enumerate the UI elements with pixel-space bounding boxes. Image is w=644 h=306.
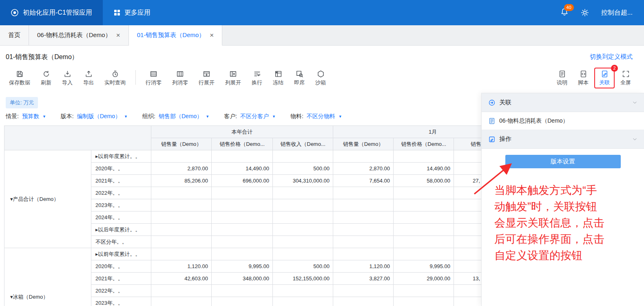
data-cell[interactable]: [273, 248, 333, 260]
relation-button[interactable]: 关联2: [594, 68, 615, 88]
data-cell[interactable]: [151, 199, 212, 211]
chevron-down-icon[interactable]: [632, 136, 637, 142]
data-cell[interactable]: [151, 297, 212, 306]
row-label[interactable]: 2023年。。: [91, 297, 151, 306]
more-apps-button[interactable]: 更多应用: [113, 9, 150, 17]
data-cell[interactable]: [212, 199, 273, 211]
data-cell[interactable]: [333, 248, 394, 260]
data-cell[interactable]: 348,000.00: [212, 273, 273, 285]
tab-close-icon[interactable]: ×: [210, 32, 214, 39]
fullscreen-button[interactable]: 全屏: [615, 68, 636, 88]
row-label[interactable]: ▸以前年度累计。。: [91, 248, 151, 260]
wrap-button[interactable]: 换行: [247, 68, 267, 88]
data-cell[interactable]: [273, 199, 333, 211]
data-cell[interactable]: [394, 224, 454, 236]
data-cell[interactable]: 7,654.00: [333, 175, 394, 187]
filter-customer-dropdown[interactable]: 客户:不区分客户▼: [224, 113, 276, 120]
data-cell[interactable]: [273, 285, 333, 297]
tab-material-consumption[interactable]: 06-物料总消耗表（Demo）×: [29, 25, 129, 45]
export-button[interactable]: 导出: [78, 68, 99, 88]
data-cell[interactable]: [273, 211, 333, 224]
data-cell[interactable]: [333, 187, 394, 199]
row-clear-zero-button[interactable]: 行消零: [141, 68, 166, 88]
tab-close-icon[interactable]: ×: [116, 32, 120, 39]
row-label[interactable]: 2023年。。: [91, 199, 151, 211]
data-cell[interactable]: [333, 211, 394, 224]
data-cell[interactable]: [333, 236, 394, 248]
panel-section-relation[interactable]: 关联: [482, 93, 644, 112]
data-cell[interactable]: [151, 224, 212, 236]
data-cell[interactable]: [394, 285, 454, 297]
row-group-label[interactable]: ▾产品合计（Demo）: [4, 150, 91, 248]
realtime-query-button[interactable]: 实时查询: [100, 68, 131, 88]
data-cell[interactable]: [273, 236, 333, 248]
tab-sales-budget[interactable]: 01-销售预算表（Demo）×: [129, 25, 223, 46]
data-cell[interactable]: 14,490.00: [212, 163, 273, 175]
data-cell[interactable]: 1,120.00: [333, 260, 394, 273]
switch-mode-link[interactable]: 切换到定义模式: [590, 53, 633, 61]
data-cell[interactable]: [212, 248, 273, 260]
row-expand-button[interactable]: 行展开: [194, 68, 219, 88]
data-cell[interactable]: [273, 297, 333, 306]
row-label[interactable]: 2024年。。: [91, 211, 151, 224]
data-cell[interactable]: 85,206.00: [151, 175, 212, 187]
row-label[interactable]: 2021年。。: [91, 175, 151, 187]
filter-scenario-dropdown[interactable]: 情景:预算数▼: [6, 113, 46, 120]
row-label[interactable]: 2020年。。: [91, 163, 151, 175]
filter-organization-dropdown[interactable]: 组织:销售部（Demo）▼: [142, 113, 209, 120]
data-cell[interactable]: [333, 224, 394, 236]
data-cell[interactable]: 1,120.00: [151, 260, 212, 273]
data-cell[interactable]: [151, 211, 212, 224]
data-cell[interactable]: 2,870.00: [151, 163, 212, 175]
data-cell[interactable]: [394, 199, 454, 211]
data-cell[interactable]: 58,000.00: [394, 175, 454, 187]
sandbox-button[interactable]: 沙箱: [310, 68, 331, 88]
filter-material-dropdown[interactable]: 物料:不区分物料▼: [290, 113, 342, 120]
settings-gear-button[interactable]: [581, 9, 589, 17]
panel-list-item[interactable]: 06-物料总消耗表（Demo）: [482, 112, 644, 130]
instruction-button[interactable]: 说明: [552, 68, 572, 88]
data-cell[interactable]: [212, 285, 273, 297]
data-cell[interactable]: [333, 285, 394, 297]
data-cell[interactable]: [394, 211, 454, 224]
row-label[interactable]: ▸以前年度累计。。: [91, 150, 151, 163]
data-cell[interactable]: [273, 150, 333, 163]
row-group-label[interactable]: ▾冰箱（Demo）: [4, 248, 91, 306]
tab-home[interactable]: 首页: [0, 25, 29, 45]
chevron-down-icon[interactable]: [632, 100, 637, 105]
row-label[interactable]: 2022年。。: [91, 285, 151, 297]
data-cell[interactable]: 152,155,000.00: [273, 273, 333, 285]
script-button[interactable]: 脚本: [573, 68, 593, 88]
data-cell[interactable]: 3,827.00: [333, 273, 394, 285]
data-cell[interactable]: [151, 285, 212, 297]
data-cell[interactable]: 9,995.00: [394, 260, 454, 273]
data-cell[interactable]: [151, 150, 212, 163]
col-clear-zero-button[interactable]: 列消零: [167, 68, 193, 88]
col-expand-button[interactable]: 列展开: [220, 68, 246, 88]
freeze-button[interactable]: 冻结: [268, 68, 288, 88]
data-cell[interactable]: [333, 150, 394, 163]
data-cell[interactable]: [151, 248, 212, 260]
row-label[interactable]: ▸以后年度累计。。: [91, 224, 151, 236]
data-cell[interactable]: [394, 150, 454, 163]
data-cell[interactable]: [394, 248, 454, 260]
panel-section-operation[interactable]: 操作: [482, 130, 644, 149]
import-button[interactable]: 导入: [57, 68, 77, 88]
data-cell[interactable]: [151, 187, 212, 199]
data-cell[interactable]: [212, 150, 273, 163]
adhoc-button[interactable]: 即席: [289, 68, 310, 88]
data-cell[interactable]: 42,603.00: [151, 273, 212, 285]
data-cell[interactable]: 9,995.00: [212, 260, 273, 273]
data-cell[interactable]: [394, 236, 454, 248]
refresh-button[interactable]: 刷新: [36, 68, 56, 88]
data-cell[interactable]: [273, 224, 333, 236]
data-cell[interactable]: [212, 236, 273, 248]
data-cell[interactable]: [394, 297, 454, 306]
data-cell[interactable]: 2,870.00: [333, 163, 394, 175]
filter-version-dropdown[interactable]: 版本:编制版（Demo）▼: [61, 113, 128, 120]
data-cell[interactable]: [273, 187, 333, 199]
version-settings-button[interactable]: 版本设置: [505, 155, 621, 168]
row-label[interactable]: 不区分年。。: [91, 236, 151, 248]
data-cell[interactable]: [333, 297, 394, 306]
notifications-button[interactable]: 40: [560, 8, 569, 18]
